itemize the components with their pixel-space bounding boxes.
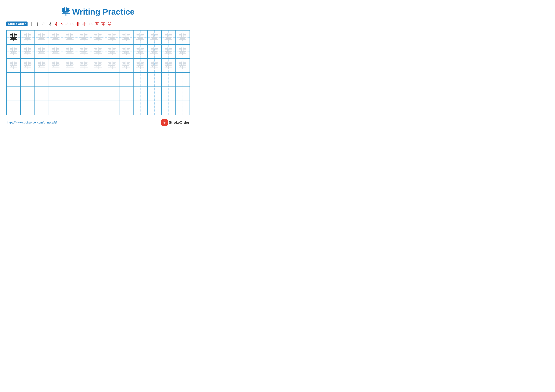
table-row[interactable] (35, 73, 49, 87)
table-row[interactable] (119, 73, 133, 87)
table-row[interactable] (7, 73, 21, 87)
table-row[interactable]: 辈 (35, 44, 49, 58)
page-title: 辈 Writing Practice (6, 6, 190, 17)
table-row[interactable]: 辈 (77, 44, 91, 58)
table-row[interactable]: 辈 (63, 30, 77, 44)
stroke-order-badge: Stroke Order (6, 21, 28, 26)
table-row[interactable] (91, 87, 105, 101)
table-row[interactable] (147, 87, 161, 101)
table-row[interactable] (77, 87, 91, 101)
practice-grid: 辈辈辈辈辈辈辈辈辈辈辈辈辈辈辈辈辈辈辈辈辈辈辈辈辈辈辈辈辈辈辈辈辈辈辈辈辈辈辈 (6, 30, 190, 115)
table-row[interactable]: 辈 (119, 30, 133, 44)
table-row[interactable]: 辈 (119, 44, 133, 58)
table-row[interactable]: 辈 (49, 44, 63, 58)
table-row[interactable] (175, 73, 190, 87)
table-row[interactable] (7, 101, 21, 115)
table-row[interactable]: 辈 (21, 44, 35, 58)
stroke-step-8: 非 (82, 21, 86, 27)
table-row[interactable]: 辈 (49, 58, 63, 73)
brand-name: StrokeOrder (169, 121, 189, 125)
table-row[interactable] (63, 73, 77, 87)
stroke-step-5: 彳卜 (55, 21, 63, 27)
table-row[interactable] (49, 101, 63, 115)
footer-url: https://www.strokeorder.com/chinese/辈 (7, 121, 57, 124)
stroke-step-12: 辈 (108, 21, 112, 27)
table-row[interactable] (161, 73, 175, 87)
table-row[interactable]: 辈 (161, 44, 175, 58)
table-row[interactable]: 辈 (7, 58, 21, 73)
table-row[interactable] (105, 87, 119, 101)
table-row[interactable] (21, 73, 35, 87)
table-row[interactable] (77, 73, 91, 87)
table-row[interactable]: 辈 (77, 30, 91, 44)
table-row[interactable] (105, 101, 119, 115)
table-row[interactable]: 辈 (77, 58, 91, 73)
table-row[interactable]: 辈 (175, 30, 190, 44)
table-row[interactable] (161, 87, 175, 101)
table-row[interactable] (161, 101, 175, 115)
table-row[interactable]: 辈 (21, 30, 35, 44)
table-row[interactable] (119, 101, 133, 115)
stroke-step-4: 彳 (49, 21, 53, 27)
table-row[interactable] (63, 101, 77, 115)
table-row[interactable] (133, 73, 147, 87)
table-row[interactable]: 辈 (105, 58, 119, 73)
table-row[interactable] (147, 73, 161, 87)
table-row[interactable]: 辈 (175, 58, 190, 73)
table-row[interactable]: 辈 (161, 30, 175, 44)
table-row[interactable]: 辈 (147, 30, 161, 44)
table-row[interactable]: 辈 (161, 58, 175, 73)
table-row[interactable] (49, 73, 63, 87)
table-row[interactable] (105, 73, 119, 87)
table-row[interactable] (119, 87, 133, 101)
table-row[interactable]: 辈 (133, 30, 147, 44)
table-row[interactable]: 辈 (35, 30, 49, 44)
table-row[interactable]: 辈 (7, 30, 21, 44)
table-row[interactable]: 辈 (63, 44, 77, 58)
table-row[interactable] (91, 101, 105, 115)
brand-icon: 字 (161, 119, 168, 126)
table-row[interactable]: 辈 (147, 58, 161, 73)
stroke-step-2: 亻 (36, 21, 40, 27)
stroke-step-7: 非 (76, 21, 80, 27)
table-row[interactable]: 辈 (175, 44, 190, 58)
table-row[interactable]: 辈 (35, 58, 49, 73)
table-row[interactable] (175, 101, 190, 115)
table-row[interactable] (7, 87, 21, 101)
table-row[interactable]: 辈 (21, 58, 35, 73)
table-row[interactable]: 辈 (91, 58, 105, 73)
table-row[interactable]: 辈 (105, 44, 119, 58)
table-row[interactable] (133, 87, 147, 101)
table-row[interactable] (133, 101, 147, 115)
table-row[interactable] (49, 87, 63, 101)
table-row[interactable]: 辈 (49, 30, 63, 44)
table-row[interactable]: 辈 (147, 44, 161, 58)
stroke-order-row: Stroke Order 丨 亻 彳 彳 彳卜 彳非 非 非 非 辈 辈 辈 (6, 21, 190, 27)
stroke-step-3: 彳 (42, 21, 46, 27)
table-row[interactable] (91, 73, 105, 87)
stroke-step-1: 丨 (30, 21, 34, 27)
brand: 字 StrokeOrder (161, 119, 189, 126)
stroke-step-11: 辈 (101, 21, 105, 27)
stroke-step-9: 非 (89, 21, 93, 27)
table-row[interactable] (21, 101, 35, 115)
table-row[interactable]: 辈 (63, 58, 77, 73)
table-row[interactable]: 辈 (7, 44, 21, 58)
table-row[interactable] (77, 101, 91, 115)
table-row[interactable] (21, 87, 35, 101)
table-row[interactable] (147, 101, 161, 115)
table-row[interactable] (35, 87, 49, 101)
table-row[interactable]: 辈 (133, 44, 147, 58)
table-row[interactable] (35, 101, 49, 115)
table-row[interactable]: 辈 (133, 58, 147, 73)
footer: https://www.strokeorder.com/chinese/辈 字 … (6, 119, 190, 126)
table-row[interactable] (175, 87, 190, 101)
table-row[interactable]: 辈 (105, 30, 119, 44)
stroke-step-10: 辈 (95, 21, 99, 27)
table-row[interactable] (63, 87, 77, 101)
table-row[interactable]: 辈 (91, 44, 105, 58)
table-row[interactable]: 辈 (91, 30, 105, 44)
table-row[interactable]: 辈 (119, 58, 133, 73)
stroke-step-6: 彳非 (66, 21, 74, 27)
